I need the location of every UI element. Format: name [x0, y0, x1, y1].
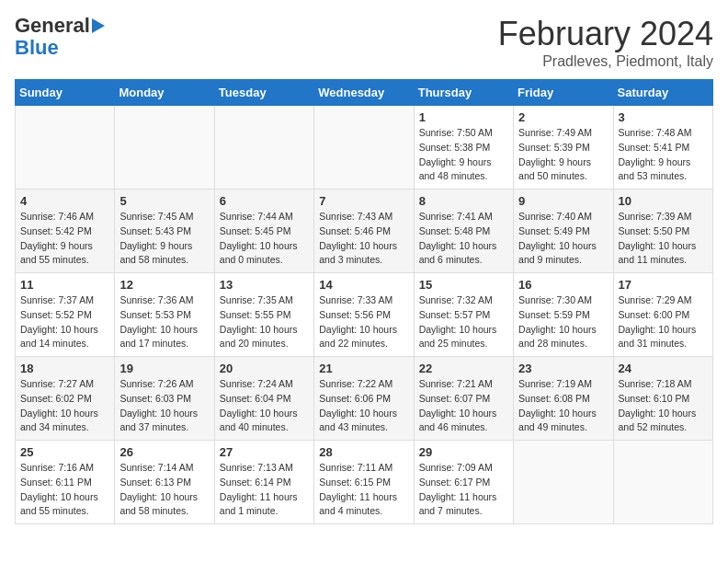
day-number: 19 [119, 362, 209, 375]
calendar-cell: 13Sunrise: 7:35 AMSunset: 5:55 PMDayligh… [214, 273, 313, 357]
calendar-cell: 24Sunrise: 7:18 AMSunset: 6:10 PMDayligh… [613, 357, 712, 441]
header-thursday: Thursday [414, 80, 513, 106]
day-number: 24 [619, 362, 708, 375]
location-title: Pradleves, Piedmont, Italy [498, 53, 713, 70]
calendar-cell: 12Sunrise: 7:36 AMSunset: 5:53 PMDayligh… [115, 273, 214, 357]
day-info: Sunrise: 7:24 AMSunset: 6:04 PMDaylight:… [220, 377, 309, 435]
day-number: 27 [220, 445, 309, 459]
header-monday: Monday [115, 80, 214, 106]
day-number: 3 [619, 110, 708, 124]
header-tuesday: Tuesday [214, 80, 313, 106]
calendar-cell: 9Sunrise: 7:40 AMSunset: 5:49 PMDaylight… [514, 190, 613, 273]
calendar-cell: 1Sunrise: 7:50 AMSunset: 5:38 PMDaylight… [414, 106, 513, 190]
day-info: Sunrise: 7:14 AMSunset: 6:13 PMDaylight:… [119, 461, 209, 519]
calendar-cell: 5Sunrise: 7:45 AMSunset: 5:43 PMDaylight… [115, 190, 214, 273]
day-info: Sunrise: 7:40 AMSunset: 5:49 PMDaylight:… [518, 210, 608, 268]
day-info: Sunrise: 7:33 AMSunset: 5:56 PMDaylight:… [319, 293, 408, 351]
day-info: Sunrise: 7:26 AMSunset: 6:03 PMDaylight:… [119, 377, 209, 435]
day-info: Sunrise: 7:45 AMSunset: 5:43 PMDaylight:… [119, 210, 209, 268]
day-info: Sunrise: 7:36 AMSunset: 5:53 PMDaylight:… [119, 293, 209, 351]
calendar-cell: 7Sunrise: 7:43 AMSunset: 5:46 PMDaylight… [314, 190, 414, 273]
calendar-cell: 29Sunrise: 7:09 AMSunset: 6:17 PMDayligh… [414, 441, 513, 524]
week-row-3: 18Sunrise: 7:27 AMSunset: 6:02 PMDayligh… [16, 357, 713, 441]
calendar-cell: 14Sunrise: 7:33 AMSunset: 5:56 PMDayligh… [314, 273, 414, 357]
calendar-cell: 28Sunrise: 7:11 AMSunset: 6:15 PMDayligh… [314, 441, 414, 524]
calendar-cell: 11Sunrise: 7:37 AMSunset: 5:52 PMDayligh… [16, 273, 115, 357]
calendar-cell [214, 106, 313, 190]
calendar-cell: 26Sunrise: 7:14 AMSunset: 6:13 PMDayligh… [115, 441, 214, 524]
day-info: Sunrise: 7:49 AMSunset: 5:39 PMDaylight:… [518, 126, 608, 184]
day-number: 11 [20, 278, 109, 292]
header-wednesday: Wednesday [314, 80, 414, 106]
calendar-cell [16, 106, 115, 190]
day-number: 9 [518, 194, 608, 208]
calendar-cell [514, 441, 613, 524]
calendar-cell: 18Sunrise: 7:27 AMSunset: 6:02 PMDayligh… [16, 357, 115, 441]
calendar-cell: 23Sunrise: 7:19 AMSunset: 6:08 PMDayligh… [514, 357, 613, 441]
day-number: 22 [419, 362, 508, 375]
day-number: 14 [319, 278, 408, 292]
day-info: Sunrise: 7:11 AMSunset: 6:15 PMDaylight:… [319, 461, 408, 519]
day-number: 1 [419, 110, 508, 124]
day-info: Sunrise: 7:27 AMSunset: 6:02 PMDaylight:… [20, 377, 109, 435]
header-friday: Friday [514, 80, 613, 106]
calendar-cell: 17Sunrise: 7:29 AMSunset: 6:00 PMDayligh… [613, 273, 712, 357]
week-row-1: 4Sunrise: 7:46 AMSunset: 5:42 PMDaylight… [16, 190, 713, 273]
day-info: Sunrise: 7:22 AMSunset: 6:06 PMDaylight:… [319, 377, 408, 435]
calendar-cell: 20Sunrise: 7:24 AMSunset: 6:04 PMDayligh… [214, 357, 313, 441]
day-info: Sunrise: 7:46 AMSunset: 5:42 PMDaylight:… [20, 210, 109, 268]
day-number: 29 [419, 445, 508, 459]
calendar-cell: 4Sunrise: 7:46 AMSunset: 5:42 PMDaylight… [16, 190, 115, 273]
logo-arrow-icon [92, 18, 105, 33]
calendar-cell: 8Sunrise: 7:41 AMSunset: 5:48 PMDaylight… [414, 190, 513, 273]
day-info: Sunrise: 7:30 AMSunset: 5:59 PMDaylight:… [518, 293, 608, 351]
day-info: Sunrise: 7:19 AMSunset: 6:08 PMDaylight:… [518, 377, 608, 435]
day-info: Sunrise: 7:43 AMSunset: 5:46 PMDaylight:… [319, 210, 408, 268]
week-row-0: 1Sunrise: 7:50 AMSunset: 5:38 PMDaylight… [16, 106, 713, 190]
calendar-cell: 15Sunrise: 7:32 AMSunset: 5:57 PMDayligh… [414, 273, 513, 357]
day-number: 16 [518, 278, 608, 292]
day-number: 26 [119, 445, 209, 459]
calendar-cell: 21Sunrise: 7:22 AMSunset: 6:06 PMDayligh… [314, 357, 414, 441]
week-row-2: 11Sunrise: 7:37 AMSunset: 5:52 PMDayligh… [16, 273, 713, 357]
calendar-cell: 6Sunrise: 7:44 AMSunset: 5:45 PMDaylight… [214, 190, 313, 273]
logo-text-general: General [15, 15, 90, 37]
day-number: 4 [20, 194, 109, 208]
day-number: 23 [518, 362, 608, 375]
calendar-cell: 27Sunrise: 7:13 AMSunset: 6:14 PMDayligh… [214, 441, 313, 524]
day-number: 12 [119, 278, 209, 292]
calendar-cell: 3Sunrise: 7:48 AMSunset: 5:41 PMDaylight… [613, 106, 712, 190]
calendar-cell: 10Sunrise: 7:39 AMSunset: 5:50 PMDayligh… [613, 190, 712, 273]
day-number: 6 [220, 194, 309, 208]
day-number: 15 [419, 278, 508, 292]
day-info: Sunrise: 7:16 AMSunset: 6:11 PMDaylight:… [20, 461, 109, 519]
day-number: 8 [419, 194, 508, 208]
calendar-header-row: SundayMondayTuesdayWednesdayThursdayFrid… [16, 80, 713, 106]
day-number: 13 [220, 278, 309, 292]
calendar-cell [314, 106, 414, 190]
logo: General Blue [15, 15, 105, 59]
day-info: Sunrise: 7:21 AMSunset: 6:07 PMDaylight:… [419, 377, 508, 435]
header-sunday: Sunday [16, 80, 115, 106]
day-info: Sunrise: 7:35 AMSunset: 5:55 PMDaylight:… [220, 293, 309, 351]
day-number: 18 [20, 362, 109, 375]
day-info: Sunrise: 7:48 AMSunset: 5:41 PMDaylight:… [619, 126, 708, 184]
header: General Blue February 2024 Pradleves, Pi… [15, 15, 713, 70]
calendar-cell [115, 106, 214, 190]
day-info: Sunrise: 7:29 AMSunset: 6:00 PMDaylight:… [619, 293, 708, 351]
day-info: Sunrise: 7:18 AMSunset: 6:10 PMDaylight:… [619, 377, 708, 435]
day-info: Sunrise: 7:39 AMSunset: 5:50 PMDaylight:… [619, 210, 708, 268]
calendar-table: SundayMondayTuesdayWednesdayThursdayFrid… [15, 79, 713, 524]
day-number: 25 [20, 445, 109, 459]
calendar-cell: 22Sunrise: 7:21 AMSunset: 6:07 PMDayligh… [414, 357, 513, 441]
day-number: 5 [119, 194, 209, 208]
day-number: 2 [518, 110, 608, 124]
calendar-cell [613, 441, 712, 524]
day-info: Sunrise: 7:44 AMSunset: 5:45 PMDaylight:… [220, 210, 309, 268]
day-number: 7 [319, 194, 408, 208]
day-number: 21 [319, 362, 408, 375]
day-info: Sunrise: 7:32 AMSunset: 5:57 PMDaylight:… [419, 293, 508, 351]
day-number: 10 [619, 194, 708, 208]
week-row-4: 25Sunrise: 7:16 AMSunset: 6:11 PMDayligh… [16, 441, 713, 524]
day-info: Sunrise: 7:50 AMSunset: 5:38 PMDaylight:… [419, 126, 508, 184]
